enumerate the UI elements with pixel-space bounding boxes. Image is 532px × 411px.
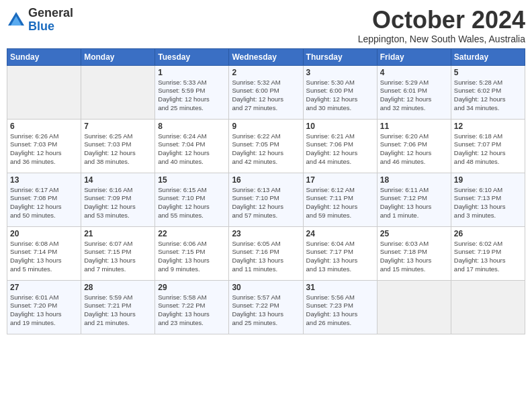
calendar-cell: 24Sunrise: 6:04 AM Sunset: 7:17 PM Dayli… xyxy=(303,226,377,280)
day-info: Sunrise: 6:08 AM Sunset: 7:14 PM Dayligh… xyxy=(10,240,78,274)
calendar-cell: 3Sunrise: 5:30 AM Sunset: 6:00 PM Daylig… xyxy=(303,65,377,119)
calendar-cell: 28Sunrise: 5:59 AM Sunset: 7:21 PM Dayli… xyxy=(81,280,155,334)
day-number: 29 xyxy=(158,283,226,292)
page-header: General Blue October 2024 Leppington, Ne… xyxy=(7,7,525,44)
day-number: 23 xyxy=(232,229,300,238)
weekday-header-wednesday: Wednesday xyxy=(229,48,303,65)
day-info: Sunrise: 5:58 AM Sunset: 7:22 PM Dayligh… xyxy=(158,293,226,328)
day-info: Sunrise: 5:29 AM Sunset: 6:01 PM Dayligh… xyxy=(380,79,448,113)
day-number: 19 xyxy=(454,175,522,185)
calendar-cell: 2Sunrise: 5:32 AM Sunset: 6:00 PM Daylig… xyxy=(229,65,303,119)
calendar-cell: 21Sunrise: 6:07 AM Sunset: 7:15 PM Dayli… xyxy=(81,226,155,280)
calendar-cell: 26Sunrise: 6:02 AM Sunset: 7:19 PM Dayli… xyxy=(451,226,525,280)
day-info: Sunrise: 6:24 AM Sunset: 7:04 PM Dayligh… xyxy=(158,132,226,167)
day-info: Sunrise: 6:02 AM Sunset: 7:19 PM Dayligh… xyxy=(454,240,522,274)
weekday-header-thursday: Thursday xyxy=(303,48,377,65)
day-info: Sunrise: 6:05 AM Sunset: 7:16 PM Dayligh… xyxy=(232,240,300,274)
day-info: Sunrise: 5:32 AM Sunset: 6:00 PM Dayligh… xyxy=(232,79,300,113)
day-number: 2 xyxy=(232,68,300,77)
calendar-cell: 5Sunrise: 5:28 AM Sunset: 6:02 PM Daylig… xyxy=(451,65,525,119)
day-number: 22 xyxy=(158,229,226,238)
day-info: Sunrise: 6:13 AM Sunset: 7:10 PM Dayligh… xyxy=(232,186,300,220)
calendar-table: SundayMondayTuesdayWednesdayThursdayFrid… xyxy=(7,48,525,334)
day-number: 17 xyxy=(306,175,374,185)
day-number: 13 xyxy=(10,175,78,185)
location-text: Leppington, New South Wales, Australia xyxy=(358,34,525,44)
day-number: 30 xyxy=(232,283,300,292)
day-number: 8 xyxy=(158,122,226,131)
day-number: 7 xyxy=(84,122,152,131)
calendar-cell: 23Sunrise: 6:05 AM Sunset: 7:16 PM Dayli… xyxy=(229,226,303,280)
weekday-header-tuesday: Tuesday xyxy=(155,48,229,65)
week-row-4: 20Sunrise: 6:08 AM Sunset: 7:14 PM Dayli… xyxy=(7,226,525,280)
calendar-cell: 30Sunrise: 5:57 AM Sunset: 7:22 PM Dayli… xyxy=(229,280,303,334)
logo-general-text: General xyxy=(28,7,73,20)
weekday-header-saturday: Saturday xyxy=(451,48,525,65)
day-info: Sunrise: 6:22 AM Sunset: 7:05 PM Dayligh… xyxy=(232,132,300,167)
calendar-cell: 16Sunrise: 6:13 AM Sunset: 7:10 PM Dayli… xyxy=(229,173,303,226)
week-row-5: 27Sunrise: 6:01 AM Sunset: 7:20 PM Dayli… xyxy=(7,280,525,334)
calendar-cell: 20Sunrise: 6:08 AM Sunset: 7:14 PM Dayli… xyxy=(7,226,81,280)
title-block: October 2024 Leppington, New South Wales… xyxy=(358,7,525,44)
day-number: 21 xyxy=(84,229,152,238)
day-info: Sunrise: 6:25 AM Sunset: 7:03 PM Dayligh… xyxy=(84,132,152,167)
day-info: Sunrise: 6:12 AM Sunset: 7:11 PM Dayligh… xyxy=(306,186,374,220)
day-info: Sunrise: 6:11 AM Sunset: 7:12 PM Dayligh… xyxy=(380,186,448,220)
calendar-cell xyxy=(451,280,525,334)
calendar-cell: 18Sunrise: 6:11 AM Sunset: 7:12 PM Dayli… xyxy=(377,173,451,226)
day-info: Sunrise: 5:33 AM Sunset: 5:59 PM Dayligh… xyxy=(158,79,226,113)
day-info: Sunrise: 5:28 AM Sunset: 6:02 PM Dayligh… xyxy=(454,79,522,113)
day-info: Sunrise: 6:20 AM Sunset: 7:06 PM Dayligh… xyxy=(380,132,448,167)
calendar-cell: 25Sunrise: 6:03 AM Sunset: 7:18 PM Dayli… xyxy=(377,226,451,280)
calendar-cell: 7Sunrise: 6:25 AM Sunset: 7:03 PM Daylig… xyxy=(81,119,155,173)
calendar-cell: 9Sunrise: 6:22 AM Sunset: 7:05 PM Daylig… xyxy=(229,119,303,173)
day-info: Sunrise: 5:59 AM Sunset: 7:21 PM Dayligh… xyxy=(84,293,152,328)
day-info: Sunrise: 6:01 AM Sunset: 7:20 PM Dayligh… xyxy=(10,293,78,328)
day-number: 14 xyxy=(84,175,152,185)
day-number: 4 xyxy=(380,68,448,77)
weekday-header-row: SundayMondayTuesdayWednesdayThursdayFrid… xyxy=(7,48,525,65)
day-info: Sunrise: 6:18 AM Sunset: 7:07 PM Dayligh… xyxy=(454,132,522,167)
day-info: Sunrise: 6:06 AM Sunset: 7:15 PM Dayligh… xyxy=(158,240,226,274)
day-number: 28 xyxy=(84,283,152,292)
week-row-2: 6Sunrise: 6:26 AM Sunset: 7:03 PM Daylig… xyxy=(7,119,525,173)
week-row-3: 13Sunrise: 6:17 AM Sunset: 7:08 PM Dayli… xyxy=(7,173,525,226)
day-info: Sunrise: 6:26 AM Sunset: 7:03 PM Dayligh… xyxy=(10,132,78,167)
weekday-header-monday: Monday xyxy=(81,48,155,65)
day-number: 25 xyxy=(380,229,448,238)
day-info: Sunrise: 5:56 AM Sunset: 7:23 PM Dayligh… xyxy=(306,293,374,328)
day-number: 24 xyxy=(306,229,374,238)
calendar-cell: 11Sunrise: 6:20 AM Sunset: 7:06 PM Dayli… xyxy=(377,119,451,173)
calendar-cell xyxy=(81,65,155,119)
month-title: October 2024 xyxy=(358,7,525,34)
calendar-cell: 1Sunrise: 5:33 AM Sunset: 5:59 PM Daylig… xyxy=(155,65,229,119)
day-number: 20 xyxy=(10,229,78,238)
day-number: 3 xyxy=(306,68,374,77)
day-number: 27 xyxy=(10,283,78,292)
day-info: Sunrise: 6:21 AM Sunset: 7:06 PM Dayligh… xyxy=(306,132,374,167)
day-info: Sunrise: 6:16 AM Sunset: 7:09 PM Dayligh… xyxy=(84,186,152,220)
calendar-cell: 4Sunrise: 5:29 AM Sunset: 6:01 PM Daylig… xyxy=(377,65,451,119)
day-number: 31 xyxy=(306,283,374,292)
day-number: 6 xyxy=(10,122,78,131)
calendar-cell: 10Sunrise: 6:21 AM Sunset: 7:06 PM Dayli… xyxy=(303,119,377,173)
calendar-cell: 22Sunrise: 6:06 AM Sunset: 7:15 PM Dayli… xyxy=(155,226,229,280)
week-row-1: 1Sunrise: 5:33 AM Sunset: 5:59 PM Daylig… xyxy=(7,65,525,119)
day-info: Sunrise: 6:03 AM Sunset: 7:18 PM Dayligh… xyxy=(380,240,448,274)
calendar-cell: 17Sunrise: 6:12 AM Sunset: 7:11 PM Dayli… xyxy=(303,173,377,226)
day-info: Sunrise: 6:15 AM Sunset: 7:10 PM Dayligh… xyxy=(158,186,226,220)
day-info: Sunrise: 6:07 AM Sunset: 7:15 PM Dayligh… xyxy=(84,240,152,274)
weekday-header-friday: Friday xyxy=(377,48,451,65)
day-info: Sunrise: 5:30 AM Sunset: 6:00 PM Dayligh… xyxy=(306,79,374,113)
day-info: Sunrise: 6:17 AM Sunset: 7:08 PM Dayligh… xyxy=(10,186,78,220)
calendar-cell: 6Sunrise: 6:26 AM Sunset: 7:03 PM Daylig… xyxy=(7,119,81,173)
day-number: 12 xyxy=(454,122,522,131)
calendar-cell: 31Sunrise: 5:56 AM Sunset: 7:23 PM Dayli… xyxy=(303,280,377,334)
day-number: 1 xyxy=(158,68,226,77)
calendar-cell: 13Sunrise: 6:17 AM Sunset: 7:08 PM Dayli… xyxy=(7,173,81,226)
logo: General Blue xyxy=(7,7,73,34)
calendar-cell xyxy=(7,65,81,119)
day-number: 9 xyxy=(232,122,300,131)
logo-icon xyxy=(7,11,26,30)
calendar-cell: 19Sunrise: 6:10 AM Sunset: 7:13 PM Dayli… xyxy=(451,173,525,226)
